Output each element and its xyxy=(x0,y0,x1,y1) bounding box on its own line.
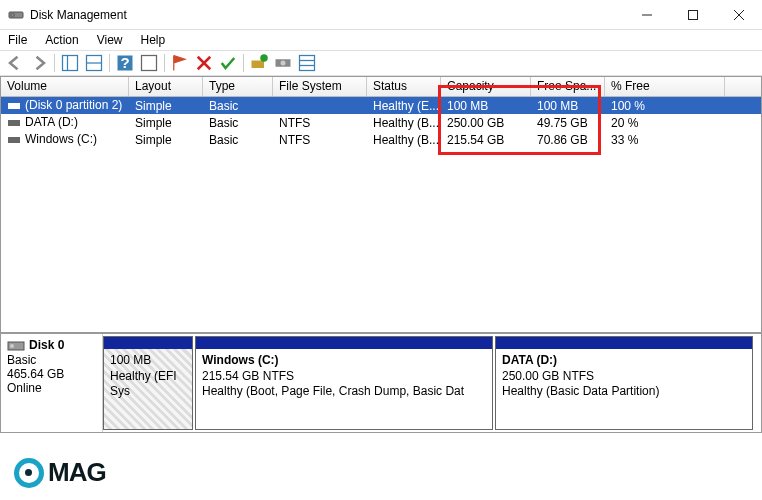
app-icon xyxy=(8,7,24,23)
disk-status: Online xyxy=(7,381,96,395)
disk-drive-icon xyxy=(7,339,25,353)
col-volume[interactable]: Volume xyxy=(1,77,129,96)
column-headers: Volume Layout Type File System Status Ca… xyxy=(1,77,761,97)
svg-rect-23 xyxy=(8,120,20,126)
window-title: Disk Management xyxy=(30,8,624,22)
back-button[interactable] xyxy=(4,52,26,74)
disk-label[interactable]: Disk 0 Basic 465.64 GB Online xyxy=(1,334,103,432)
menu-view[interactable]: View xyxy=(97,33,123,47)
menu-file[interactable]: File xyxy=(8,33,27,47)
partition-block[interactable]: Windows (C:)215.54 GB NTFSHealthy (Boot,… xyxy=(195,336,493,430)
table-row[interactable]: (Disk 0 partition 2)SimpleBasicHealthy (… xyxy=(1,97,761,114)
list-icon[interactable] xyxy=(296,52,318,74)
col-capacity[interactable]: Capacity xyxy=(441,77,531,96)
partitions-container: 100 MBHealthy (EFI SysWindows (C:)215.54… xyxy=(103,334,761,432)
toolbar: ? xyxy=(0,50,762,76)
svg-rect-24 xyxy=(8,137,20,143)
svg-rect-15 xyxy=(252,61,265,69)
menu-help[interactable]: Help xyxy=(141,33,166,47)
svg-rect-6 xyxy=(63,56,78,71)
titlebar: Disk Management xyxy=(0,0,762,30)
volume-list: Volume Layout Type File System Status Ca… xyxy=(0,76,762,333)
svg-rect-3 xyxy=(689,10,698,19)
svg-rect-19 xyxy=(300,56,315,71)
box-icon[interactable] xyxy=(138,52,160,74)
svg-rect-12 xyxy=(142,56,157,71)
table-row[interactable]: DATA (D:)SimpleBasicNTFSHealthy (B...250… xyxy=(1,114,761,131)
table-row[interactable]: Windows (C:)SimpleBasicNTFSHealthy (B...… xyxy=(1,131,761,148)
close-button[interactable] xyxy=(716,0,762,29)
disk-size: 465.64 GB xyxy=(7,367,96,381)
disk-icon[interactable] xyxy=(272,52,294,74)
col-status[interactable]: Status xyxy=(367,77,441,96)
flag-icon[interactable] xyxy=(169,52,191,74)
col-pct-free[interactable]: % Free xyxy=(605,77,725,96)
col-free-space[interactable]: Free Spa... xyxy=(531,77,605,96)
col-filesystem[interactable]: File System xyxy=(273,77,367,96)
disk-name: Disk 0 xyxy=(29,338,64,352)
disk-add-icon[interactable] xyxy=(248,52,270,74)
pane1-icon[interactable] xyxy=(59,52,81,74)
maximize-button[interactable] xyxy=(670,0,716,29)
menu-action[interactable]: Action xyxy=(45,33,78,47)
col-type[interactable]: Type xyxy=(203,77,273,96)
pane2-icon[interactable] xyxy=(83,52,105,74)
window-controls xyxy=(624,0,762,29)
logo-text: MAG xyxy=(48,457,106,488)
forward-button[interactable] xyxy=(28,52,50,74)
check-icon[interactable] xyxy=(217,52,239,74)
help-icon[interactable]: ? xyxy=(114,52,136,74)
logo-ring-icon xyxy=(14,458,44,488)
svg-point-16 xyxy=(260,54,268,62)
col-layout[interactable]: Layout xyxy=(129,77,203,96)
svg-text:?: ? xyxy=(120,54,129,71)
svg-point-18 xyxy=(281,61,286,66)
disk-map-pane: Disk 0 Basic 465.64 GB Online 100 MBHeal… xyxy=(0,333,762,433)
svg-rect-1 xyxy=(11,14,14,16)
partition-block[interactable]: 100 MBHealthy (EFI Sys xyxy=(103,336,193,430)
partition-block[interactable]: DATA (D:)250.00 GB NTFSHealthy (Basic Da… xyxy=(495,336,753,430)
minimize-button[interactable] xyxy=(624,0,670,29)
svg-point-26 xyxy=(10,344,14,348)
disk-type: Basic xyxy=(7,353,96,367)
delete-icon[interactable] xyxy=(193,52,215,74)
menubar: File Action View Help xyxy=(0,30,762,50)
watermark-logo: MAG xyxy=(14,457,106,488)
svg-rect-22 xyxy=(8,103,20,109)
